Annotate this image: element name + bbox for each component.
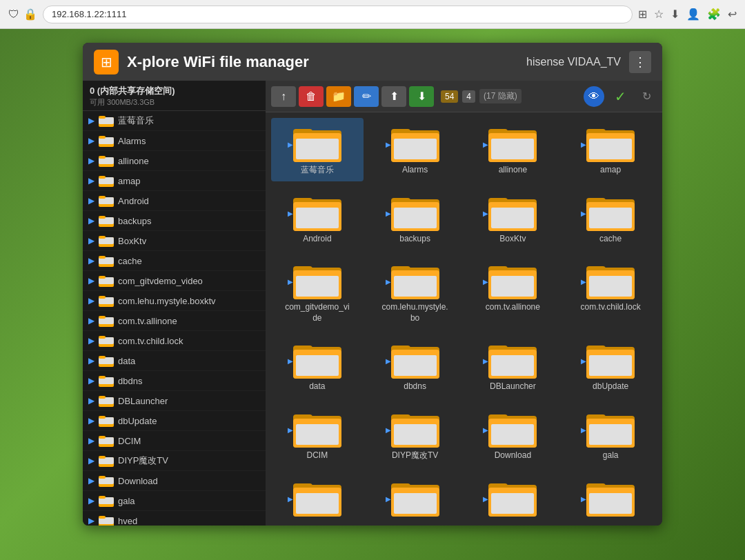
sidebar-item-gitvdemo[interactable]: ▶ com_gitvdemo_video <box>83 271 266 291</box>
select-all-button[interactable]: ✓ <box>610 86 630 107</box>
sidebar-item-label: dbUpdate <box>118 416 157 426</box>
folder-icon <box>488 261 537 299</box>
expand-arrow-icon: ▶ <box>483 141 488 148</box>
edit-button[interactable]: ✏ <box>354 86 379 107</box>
file-item-extra1[interactable]: ▶ <box>271 472 364 525</box>
app-icon: ⊞ <box>94 50 119 74</box>
file-item-boxktv[interactable]: ▶ BoxKtv <box>467 187 559 250</box>
sidebar-item-tvallinone[interactable]: ▶ com.tv.allinone <box>83 311 266 331</box>
extensions-icon[interactable]: 🧩 <box>707 8 721 21</box>
file-label: dbUpdate <box>593 381 628 392</box>
file-item-gitvdemo[interactable]: ▶ com_gitvdemo_vide <box>271 255 364 329</box>
file-item-tvallinone[interactable]: ▶ com.tv.allinone <box>467 255 559 329</box>
file-item-childlock[interactable]: ▶ com.tv.child.lock <box>564 255 657 329</box>
browser-security-icons: 🛡 🔒 <box>8 8 37 21</box>
file-item-extra3[interactable]: ▶ <box>467 472 559 525</box>
sidebar-item-data[interactable]: ▶ data <box>83 351 266 371</box>
new-folder-icon: 📁 <box>332 90 346 103</box>
sidebar-item-childlock[interactable]: ▶ com.tv.child.lock <box>83 331 266 351</box>
sidebar-item-alarms[interactable]: ▶ Alarms <box>83 131 266 151</box>
star-icon[interactable]: ☆ <box>654 8 664 21</box>
file-label: BoxKtv <box>499 234 526 245</box>
svg-rect-53 <box>99 456 106 459</box>
svg-rect-122 <box>491 355 534 376</box>
back-button[interactable]: ↑ <box>271 86 296 107</box>
download-button[interactable]: ⬇ <box>409 86 434 107</box>
back-icon[interactable]: ↩ <box>728 8 737 21</box>
file-item-backups[interactable]: ▶ backups <box>369 187 461 250</box>
folder-icon-small <box>99 514 114 526</box>
sidebar-item-label: gala <box>118 496 135 506</box>
sidebar-item-dblauncher[interactable]: ▶ DBLauncher <box>83 391 266 411</box>
sidebar-item-label: 蓝莓音乐 <box>118 114 154 127</box>
folder-icon <box>586 409 635 448</box>
file-label: DCIM <box>307 450 328 461</box>
file-item-dbupdate[interactable]: ▶ dbUpdate <box>564 334 657 398</box>
expand-arrow-icon: ▶ <box>581 141 586 148</box>
file-item-android[interactable]: ▶ Android <box>271 187 364 250</box>
svg-rect-62 <box>99 516 106 519</box>
file-item-extra4[interactable]: ▶ <box>564 472 657 525</box>
file-item-blueberry[interactable]: ▶ 蓝莓音乐 <box>271 118 364 181</box>
file-item-amap[interactable]: ▶ amap <box>564 118 657 181</box>
expand-arrow-icon: ▶ <box>88 156 95 166</box>
expand-arrow-icon: ▶ <box>88 336 95 346</box>
sidebar-item-boxktv[interactable]: ▶ BoxKtv <box>83 231 266 251</box>
folder-icon-small <box>99 374 114 387</box>
folder-icon <box>391 261 439 299</box>
file-item-alarms[interactable]: ▶ Alarms <box>369 118 461 181</box>
file-item-dblauncher[interactable]: ▶ DBLauncher <box>467 334 559 398</box>
sidebar-item-lehu[interactable]: ▶ com.lehu.mystyle.boxktv <box>83 291 266 311</box>
folder-icon-small <box>99 114 114 127</box>
file-item-dcim[interactable]: ▶ DCIM <box>271 403 364 467</box>
upload-button[interactable]: ⬆ <box>381 86 406 107</box>
grid-icon[interactable]: ⊞ <box>638 8 647 21</box>
expand-arrow-icon: ▶ <box>88 416 95 426</box>
sidebar-item-label: com_gitvdemo_video <box>118 276 203 286</box>
file-label: amap <box>600 165 621 176</box>
delete-button[interactable]: 🗑 <box>299 86 324 107</box>
file-item-dbdns[interactable]: ▶ dbdns <box>369 334 461 398</box>
folder-icon <box>293 261 341 299</box>
file-grid: ▶ 蓝莓音乐 ▶ <box>266 112 662 526</box>
toggle-hidden-button[interactable]: 👁 <box>584 86 604 107</box>
file-item-download[interactable]: ▶ Download <box>467 403 559 467</box>
sidebar-item-hved[interactable]: ▶ hved <box>83 511 266 526</box>
new-folder-button[interactable]: 📁 <box>326 86 351 107</box>
address-bar[interactable]: 192.168.1.22:1111 <box>43 6 633 23</box>
svg-rect-20 <box>99 236 106 239</box>
sidebar-item-amap[interactable]: ▶ amap <box>83 171 266 191</box>
svg-rect-138 <box>491 424 534 445</box>
sidebar-item-backups[interactable]: ▶ backups <box>83 211 266 231</box>
sidebar-item-label: backups <box>118 216 151 226</box>
sidebar-item-download[interactable]: ▶ Download <box>83 471 266 491</box>
expand-arrow-icon: ▶ <box>483 278 488 286</box>
file-item-cache[interactable]: ▶ cache <box>564 187 657 250</box>
menu-button[interactable]: ⋮ <box>629 51 651 73</box>
expand-arrow-icon: ▶ <box>88 176 95 186</box>
sidebar-item-cache[interactable]: ▶ cache <box>83 251 266 271</box>
expand-arrow-icon: ▶ <box>581 494 586 502</box>
file-label: Android <box>303 234 331 245</box>
sidebar-item-diyp[interactable]: ▶ DIYP魔改TV <box>83 451 266 471</box>
file-item-data[interactable]: ▶ data <box>271 334 364 398</box>
sidebar-item-dbdns[interactable]: ▶ dbdns <box>83 371 266 391</box>
sidebar-item-blueberry[interactable]: ▶ 蓝莓音乐 <box>83 111 266 131</box>
sidebar-item-gala[interactable]: ▶ gala <box>83 491 266 511</box>
file-item-gala[interactable]: ▶ gala <box>564 403 657 467</box>
refresh-button[interactable]: ↻ <box>636 86 657 107</box>
folder-icon-small <box>99 314 114 327</box>
file-item-extra2[interactable]: ▶ <box>369 472 461 525</box>
svg-rect-47 <box>99 416 106 419</box>
sidebar-item-dcim[interactable]: ▶ DCIM <box>83 431 266 451</box>
download-icon[interactable]: ⬇ <box>670 8 679 21</box>
file-item-lehu[interactable]: ▶ com.lehu.mystyle.bo <box>369 255 461 329</box>
file-item-diyp[interactable]: ▶ DIYP魔改TV <box>369 403 461 467</box>
sidebar-item-dbupdate[interactable]: ▶ dbUpdate <box>83 411 266 431</box>
profile-icon[interactable]: 👤 <box>686 8 700 21</box>
file-item-allinone[interactable]: ▶ allinone <box>467 118 559 181</box>
expand-arrow-icon: ▶ <box>88 236 95 246</box>
sidebar-item-android[interactable]: ▶ Android <box>83 191 266 211</box>
svg-rect-86 <box>394 208 437 228</box>
sidebar-item-allinone[interactable]: ▶ allinone <box>83 151 266 171</box>
